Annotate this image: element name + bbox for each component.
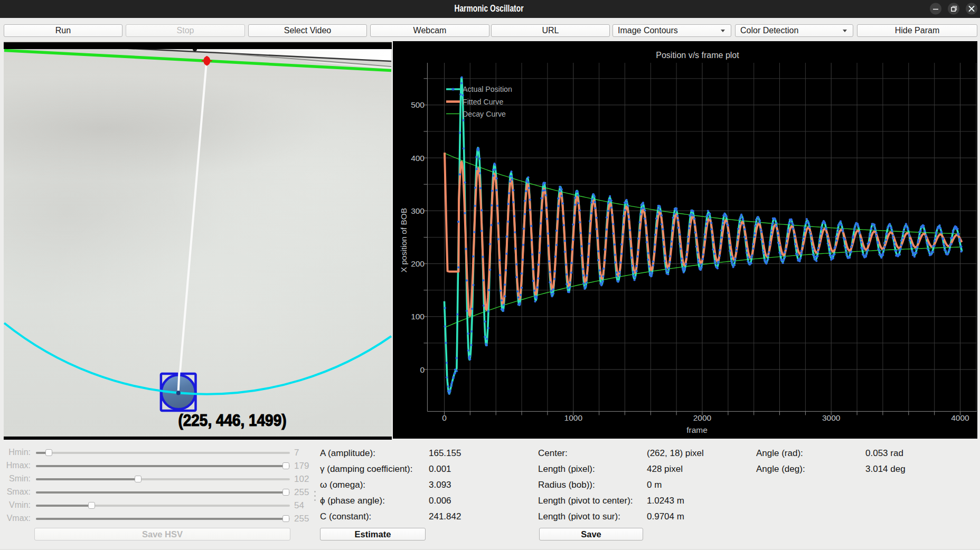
svg-text:100: 100 — [411, 312, 425, 321]
svg-text:400: 400 — [411, 154, 425, 163]
svg-text:Actual Position: Actual Position — [463, 85, 512, 93]
svg-text:Decay Curve: Decay Curve — [463, 110, 506, 118]
svg-text:0: 0 — [442, 413, 447, 422]
svg-text:300: 300 — [411, 206, 425, 215]
svg-text:2000: 2000 — [693, 413, 712, 422]
svg-text:1000: 1000 — [564, 413, 583, 422]
svg-text:500: 500 — [411, 100, 425, 109]
svg-text:Harmonic Oscillator: Harmonic Oscillator — [455, 3, 524, 14]
svg-text:(225, 446, 1499): (225, 446, 1499) — [178, 411, 287, 430]
svg-text:0: 0 — [420, 365, 425, 374]
svg-text:4000: 4000 — [951, 413, 969, 422]
svg-text:frame: frame — [686, 425, 708, 434]
svg-text:Fitted Curve: Fitted Curve — [463, 98, 503, 106]
svg-text:200: 200 — [411, 259, 425, 268]
svg-text:Position v/s frame plot: Position v/s frame plot — [656, 51, 739, 60]
svg-text:3000: 3000 — [822, 413, 841, 422]
svg-text:X position of BOB: X position of BOB — [399, 208, 408, 272]
